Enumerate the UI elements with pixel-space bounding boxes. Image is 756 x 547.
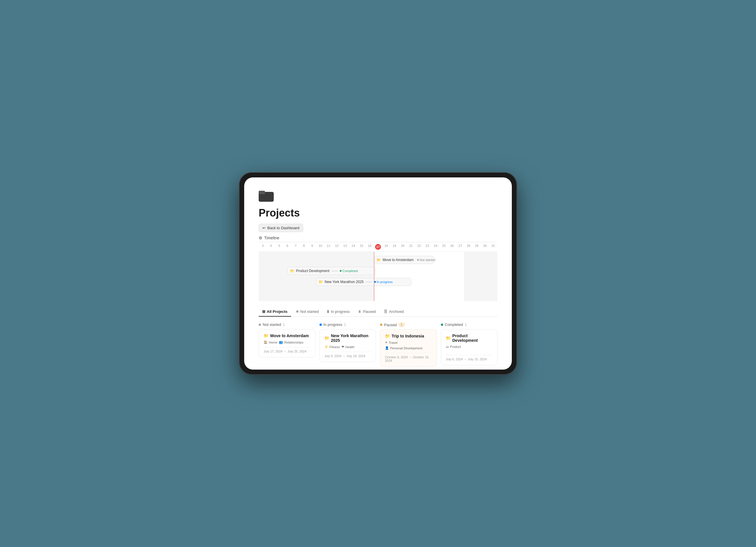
column-in-progress: In progress 1 📁 New York Marathon 2025 ⚡… — [319, 322, 376, 367]
svg-rect-1 — [259, 191, 265, 194]
date-29: 29 — [473, 244, 481, 250]
tab-archived[interactable]: 🗄 Archived — [380, 307, 407, 316]
date-5: 5 — [275, 244, 283, 250]
date-8: 8 — [300, 244, 308, 250]
hourglass-icon: ⧗ — [327, 309, 329, 314]
date-15: 15 — [357, 244, 366, 250]
tab-all-projects[interactable]: ⊞ All Projects — [259, 307, 291, 316]
folder-icon-marathon: 📁 — [319, 280, 323, 284]
date-18: 18 — [382, 244, 390, 250]
date-21: 21 — [407, 244, 415, 250]
tag-personal-dev: 👤 Personal Development — [385, 346, 422, 350]
card-tags-marathon: ⚡ Fitness ❤ Health — [324, 345, 371, 349]
card-tags-indonesia: ✈ Travel 👤 Personal Development — [385, 341, 432, 350]
col-header-completed: Completed 1 — [441, 322, 498, 327]
card-divider-product — [446, 355, 493, 355]
folder-icon — [259, 189, 497, 203]
col-header-in-progress: In progress 1 — [319, 322, 376, 327]
back-to-dashboard-button[interactable]: ↩ Back to Dashboard — [259, 224, 303, 232]
date-27: 27 — [456, 244, 464, 250]
card-folder-icon-product: 📁 — [446, 336, 451, 340]
tag-health: ❤ Health — [342, 345, 355, 349]
tag-relationships: 👥 Relationships — [279, 340, 303, 344]
col-header-paused: Paused 1 — [380, 322, 437, 327]
health-icon: ❤ — [342, 345, 344, 349]
gantt-bar-product[interactable]: 📁 Product Development Completed — [287, 267, 376, 275]
gantt-bar-amsterdam[interactable]: 📁 Move to Amsterdam Not started — [374, 256, 434, 264]
tabs-section: ⊞ All Projects ❄ Not started ⧗ In progre… — [259, 307, 497, 316]
person-icon: 👤 — [385, 346, 389, 350]
date-26: 26 — [448, 244, 456, 250]
date-22: 22 — [415, 244, 423, 250]
date-19: 19 — [390, 244, 399, 250]
date-13: 13 — [341, 244, 349, 250]
people-icon: 👥 — [279, 340, 283, 344]
tab-not-started[interactable]: ❄ Not started — [292, 307, 322, 316]
date-28: 28 — [464, 244, 472, 250]
card-trip-indonesia[interactable]: 📁 Trip to Indonesia ✈ Travel 👤 Personal … — [380, 329, 437, 367]
date-today: 17 — [374, 244, 382, 250]
card-dates-marathon: July 9, 2024 → July 18, 2024 — [324, 354, 371, 358]
card-folder-icon-marathon: 📁 — [324, 336, 329, 340]
tag-fitness: ⚡ Fitness — [324, 345, 340, 349]
card-move-to-amsterdam[interactable]: 📁 Move to Amsterdam 🏠 Home 👥 Relationshi… — [259, 329, 315, 357]
date-12: 12 — [333, 244, 341, 250]
tab-paused[interactable]: ⏸ Paused — [354, 307, 379, 316]
date-20: 20 — [399, 244, 407, 250]
date-10: 10 — [316, 244, 324, 250]
column-not-started: Not started 1 📁 Move to Amsterdam 🏠 Home — [259, 322, 315, 367]
date-11: 11 — [324, 244, 333, 250]
col-header-not-started: Not started 1 — [259, 322, 315, 327]
date-25: 25 — [440, 244, 448, 250]
back-arrow-icon: ↩ — [262, 226, 266, 230]
timeline-icon: ⚙ — [259, 236, 262, 240]
device-frame: Projects ↩ Back to Dashboard ⚙ Timeline … — [239, 172, 517, 375]
folder-icon-amsterdam: 📁 — [377, 258, 381, 262]
gantt-bar-marathon[interactable]: 📁 New York Marathon 2025 In progress — [316, 278, 412, 286]
date-9: 9 — [308, 244, 316, 250]
card-tags-amsterdam: 🏠 Home 👥 Relationships — [264, 340, 311, 344]
main-content: Projects ↩ Back to Dashboard ⚙ Timeline … — [244, 178, 512, 369]
pause-icon: ⏸ — [358, 309, 361, 314]
date-23: 23 — [423, 244, 431, 250]
date-7: 7 — [292, 244, 300, 250]
date-16: 16 — [366, 244, 374, 250]
completed-dot — [441, 323, 443, 326]
card-dates-indonesia: October 8, 2024 → October 15, 2024 — [385, 355, 432, 362]
grid-icon: ⊞ — [262, 309, 265, 314]
paused-dot — [380, 323, 382, 326]
home-icon: 🏠 — [264, 340, 268, 344]
product-icon: 🗂 — [446, 345, 449, 348]
snowflake-icon: ❄ — [296, 309, 299, 314]
date-24: 24 — [432, 244, 440, 250]
in-progress-dot — [319, 323, 322, 326]
date-3: 3 — [259, 244, 267, 250]
date-31: 31 — [489, 244, 497, 250]
travel-icon: ✈ — [385, 341, 388, 344]
card-folder-icon-indonesia: 📁 — [385, 334, 390, 338]
timeline-label: ⚙ Timeline — [259, 236, 497, 240]
date-4: 4 — [267, 244, 275, 250]
folder-icon-product: 📁 — [290, 269, 294, 273]
fitness-icon: ⚡ — [324, 345, 328, 349]
tab-in-progress[interactable]: ⧗ In progress — [323, 307, 353, 316]
timeline-section: 3 4 5 6 7 8 9 10 11 12 13 14 15 16 — [259, 242, 497, 301]
card-divider-amsterdam — [264, 347, 311, 347]
page-title: Projects — [259, 207, 497, 219]
cards-grid: Not started 1 📁 Move to Amsterdam 🏠 Home — [259, 322, 497, 367]
archive-icon: 🗄 — [384, 309, 388, 314]
tag-product: 🗂 Product — [446, 345, 461, 348]
card-new-york-marathon[interactable]: 📁 New York Marathon 2025 ⚡ Fitness ❤ Hea… — [319, 329, 376, 362]
not-started-dot — [259, 323, 261, 326]
date-6: 6 — [283, 244, 291, 250]
card-dates-product: July 6, 2024 → July 15, 2024 — [446, 357, 493, 361]
column-completed: Completed 1 📁 Product Development 🗂 Prod… — [441, 322, 498, 367]
tag-travel: ✈ Travel — [385, 341, 397, 344]
card-divider-indonesia — [385, 353, 432, 353]
card-product-development[interactable]: 📁 Product Development 🗂 Product July 6, … — [441, 329, 498, 365]
card-dates-amsterdam: July 17, 2024 → July 25, 2024 — [264, 349, 311, 353]
tabs-row: ⊞ All Projects ❄ Not started ⧗ In progre… — [259, 307, 497, 316]
card-folder-icon-amsterdam: 📁 — [264, 333, 269, 338]
date-14: 14 — [349, 244, 357, 250]
screen: Projects ↩ Back to Dashboard ⚙ Timeline … — [244, 178, 512, 369]
